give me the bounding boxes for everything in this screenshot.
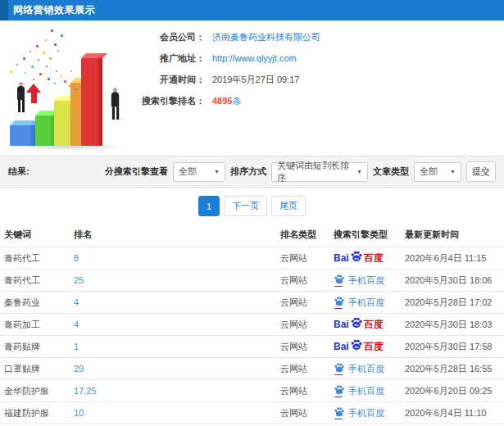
keyword-cell: 秦鲁药业: [0, 297, 70, 309]
confetti-dot: [70, 70, 72, 72]
businessman-figure-right: [110, 88, 121, 120]
baidu-mobile-paw-icon: [334, 406, 345, 419]
rank-link[interactable]: 10: [70, 408, 276, 418]
table-row: 膏药代工 8 云网站 Bai du 百度: [0, 247, 504, 269]
page: 网络营销效果展示 会员公司： 济南秦鲁药业科: [0, 0, 504, 426]
open-time-value: 2019年5月27日 09:17: [212, 74, 299, 86]
confetti-dot: [61, 34, 63, 37]
businessman-figure-left: [16, 82, 26, 112]
svg-text:du: du: [354, 345, 359, 349]
rank-link[interactable]: 8: [70, 253, 276, 263]
keyword-cell: 口罩贴牌: [0, 363, 70, 375]
table-row: 福建防护服 10 云网站 Bai du 百度: [0, 401, 504, 424]
confetti-dot: [30, 51, 31, 52]
keyword-cell: 福建防护服: [0, 407, 70, 419]
table-row: 膏药代工 25 云网站 Bai du 百度: [0, 269, 504, 291]
page-number-current[interactable]: 1: [198, 196, 220, 216]
rank-type-cell: 云网站: [276, 385, 329, 397]
promo-url-link[interactable]: http://www.qlyyjt.com: [212, 53, 297, 63]
confetti-dot: [31, 66, 34, 68]
engine-filter-label: 分搜索引擎查看: [105, 165, 168, 178]
table-body: 膏药代工 8 云网站 Bai du 百度: [0, 247, 504, 426]
rank-link[interactable]: 4: [70, 320, 276, 329]
updated-time-cell: 2020年5月28日 17:02: [401, 297, 504, 309]
confetti-dot: [39, 73, 42, 75]
keyword-cell: 膏药贴牌: [0, 341, 70, 353]
table-row: 膏药加工 4 云网站 Bai du 百度: [0, 313, 504, 335]
engine-type-cell: Bai du 百度: [329, 340, 401, 354]
rank-link[interactable]: 25: [70, 275, 276, 285]
table-row: 膏药贴牌 1 云网站 Bai du 百度: [0, 335, 504, 357]
submit-button[interactable]: 提交: [466, 161, 496, 182]
updated-time-cell: 2020年6月20日 09:25: [401, 385, 504, 397]
svg-text:du: du: [354, 323, 359, 327]
rank-type-cell: 云网站: [276, 407, 329, 419]
sort-filter-select[interactable]: 关键词由短到长排序 ▼: [271, 162, 368, 182]
keyword-cell: 膏药代工: [0, 274, 70, 287]
header-engine-type: 搜索引擎类型: [329, 229, 401, 241]
sort-filter-label: 排序方式: [230, 165, 266, 178]
header-rank: 排名: [70, 229, 276, 241]
table-header-row: 关键词 排名 排名类型 搜索引擎类型 最新更新时间: [0, 223, 504, 247]
info-row-company: 会员公司： 济南秦鲁药业科技有限公司: [123, 29, 320, 44]
rank-link[interactable]: 4: [70, 297, 276, 307]
engine-type-cell: Bai du 百度: [329, 318, 401, 332]
company-link[interactable]: 济南秦鲁药业科技有限公司: [212, 31, 320, 43]
confetti-dot: [51, 29, 53, 32]
confetti-dot: [48, 78, 50, 80]
confetti-dot: [56, 70, 57, 72]
engine-filter-select[interactable]: 全部 ▼: [173, 162, 225, 182]
baidu-mobile-logo: 手机百度: [334, 296, 384, 309]
engine-filter-value: 全部: [179, 165, 197, 178]
engine-type-cell: Bai du 百度: [329, 362, 401, 375]
confetti-dot: [61, 75, 62, 77]
article-type-select[interactable]: 全部 ▼: [414, 162, 461, 182]
updated-time-cell: 2020年6月4日 11:15: [401, 252, 504, 265]
confetti-dot: [38, 59, 39, 61]
rank-link[interactable]: 1: [70, 342, 276, 351]
confetti-dot: [54, 43, 57, 46]
rank-count: 4895: [212, 96, 232, 106]
confetti-dot: [33, 79, 34, 80]
baidu-mobile-paw-icon: [334, 274, 345, 287]
rank-type-cell: 云网站: [276, 319, 329, 331]
info-fields: 会员公司： 济南秦鲁药业科技有限公司 推广地址： http://www.qlyy…: [123, 29, 320, 115]
confetti-dot: [75, 88, 77, 90]
baidu-pc-logo: Bai du 百度: [334, 252, 384, 265]
engine-type-cell: Bai du 百度: [329, 406, 401, 419]
info-row-opened: 开通时间： 2019年5月27日 09:17: [123, 72, 320, 87]
header-keyword: 关键词: [0, 229, 70, 241]
company-label: 会员公司：: [123, 31, 205, 43]
rank-type-cell: 云网站: [276, 274, 329, 287]
baidu-mobile-paw-icon: [334, 384, 345, 397]
rank-link[interactable]: 17,25: [70, 386, 276, 396]
up-arrow-icon: [26, 84, 41, 105]
header-updated: 最新更新时间: [401, 229, 504, 241]
rank-type-cell: 云网站: [276, 252, 329, 265]
baidu-paw-icon: du: [350, 340, 363, 352]
updated-time-cell: 2020年5月30日 18:06: [401, 274, 504, 287]
title-bar-accent: [0, 0, 8, 20]
confetti-dot: [23, 57, 25, 60]
baidu-mobile-paw-icon: [334, 362, 345, 375]
confetti-dot: [10, 70, 12, 73]
updated-time-cell: 2020年5月30日 18:03: [401, 319, 504, 331]
engine-type-cell: Bai du 百度: [329, 252, 401, 265]
engine-rank-value: 4895条: [212, 95, 241, 107]
rank-count-suffix: 条: [232, 96, 241, 106]
table-row: 口罩贴牌 29 云网站 Bai du 百度: [0, 357, 504, 379]
info-row-rank-count: 搜索引擎排名： 4895条: [123, 93, 320, 108]
last-page-button[interactable]: 尾页: [271, 196, 306, 216]
updated-time-cell: 2020年5月28日 16:55: [401, 363, 504, 375]
confetti-dot: [45, 39, 47, 41]
header-rank-type: 排名类型: [276, 229, 329, 241]
baidu-mobile-paw-icon: [334, 296, 345, 309]
open-time-label: 开通时间：: [123, 74, 205, 86]
keyword-cell: 膏药加工: [0, 319, 70, 331]
next-page-button[interactable]: 下一页: [224, 196, 267, 216]
article-type-value: 全部: [420, 165, 438, 178]
confetti-dot: [57, 50, 59, 52]
filter-controls: 分搜索引擎查看 全部 ▼ 排序方式 关键词由短到长排序 ▼ 文章类型 全部 ▼ …: [105, 161, 496, 182]
rank-link[interactable]: 29: [70, 364, 276, 374]
confetti-dot: [49, 57, 52, 60]
